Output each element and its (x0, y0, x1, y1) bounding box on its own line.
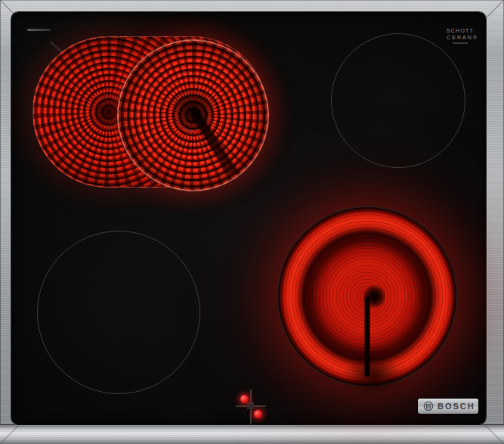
frame-miter-bottom-left (0, 424, 20, 444)
bosch-wordmark: BOSCH (438, 402, 475, 411)
cooking-zone-rear-right-outline (331, 33, 465, 168)
cooking-zone-rear-left-main-circle (117, 39, 269, 191)
hob-product-photo: SCHOTT CERAN® BOSCH (0, 0, 504, 444)
schott-label-line1: SCHOTT (447, 28, 478, 35)
residual-heat-led-icon (240, 395, 249, 403)
center-cross-marking-hub (247, 402, 254, 409)
bosch-badge: BOSCH (418, 399, 478, 414)
steel-frame-front-lip (0, 424, 504, 444)
etched-model-text (27, 29, 51, 31)
schott-ceran-label: SCHOTT CERAN® (447, 28, 478, 42)
schott-label-line2: CERAN® (447, 35, 478, 42)
residual-heat-led-icon (254, 410, 262, 418)
frame-miter-top-right (484, 0, 504, 20)
cooking-zone-front-left-outline (37, 231, 200, 394)
cooking-zone-front-right-glowing (277, 206, 457, 387)
bosch-logo-icon (423, 401, 434, 411)
schott-label-subline (453, 42, 468, 44)
frame-miter-bottom-right (484, 424, 504, 444)
dark-smudge-front-right (342, 356, 405, 395)
thermostat-rod-rear-left (189, 108, 237, 175)
ceran-glass-surface: SCHOTT CERAN® BOSCH (11, 12, 486, 424)
